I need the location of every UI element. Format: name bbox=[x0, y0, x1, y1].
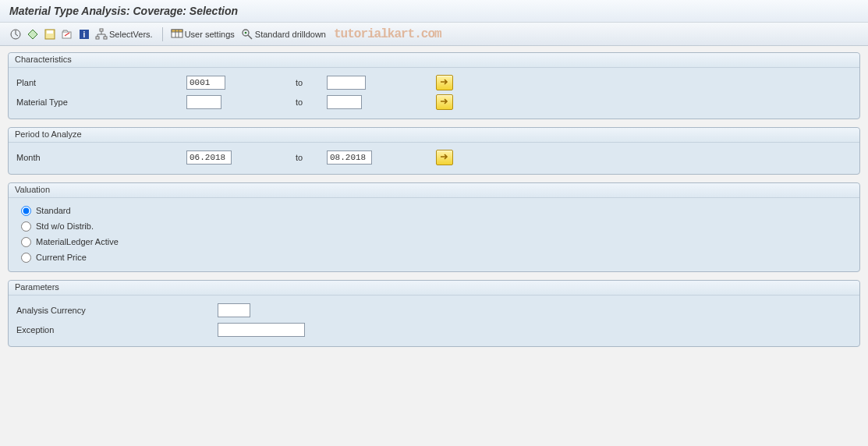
exception-label: Exception bbox=[15, 325, 218, 334]
diamond-icon bbox=[27, 28, 39, 41]
standard-drilldown-label: Standard drilldown bbox=[253, 30, 328, 39]
material-type-label: Material Type bbox=[15, 97, 186, 107]
svg-rect-5 bbox=[47, 30, 53, 34]
material-type-row: Material Type to bbox=[15, 93, 853, 112]
plant-row: Plant to bbox=[15, 73, 853, 92]
standard-drilldown-button[interactable]: Standard drilldown bbox=[239, 27, 329, 42]
parameters-panel: Parameters Analysis Currency Exception bbox=[8, 280, 860, 347]
period-legend: Period to Analyze bbox=[9, 128, 859, 143]
month-row: Month to bbox=[15, 148, 853, 167]
svg-text:i: i bbox=[83, 30, 86, 39]
exception-row: Exception bbox=[15, 320, 853, 339]
arrow-right-icon bbox=[440, 78, 449, 87]
user-settings-button[interactable]: User settings bbox=[169, 27, 238, 42]
plant-to-input[interactable] bbox=[327, 76, 366, 90]
svg-line-21 bbox=[248, 35, 252, 39]
info-icon: i bbox=[78, 28, 90, 41]
save-icon bbox=[44, 28, 56, 41]
standard-radio[interactable] bbox=[21, 206, 31, 216]
execute-button[interactable] bbox=[8, 27, 23, 42]
page-title: Material Type Analysis: Coverage: Select… bbox=[0, 0, 868, 23]
hierarchy-icon bbox=[95, 28, 108, 41]
valuation-legend: Valuation bbox=[9, 183, 859, 198]
material-type-from-input[interactable] bbox=[186, 95, 221, 109]
valuation-panel: Valuation Standard Std w/o Distrib. Mate… bbox=[8, 182, 860, 272]
arrow-right-icon bbox=[440, 153, 449, 162]
content-area: Characteristics Plant to Material Type t… bbox=[0, 46, 868, 361]
standard-radio-label[interactable]: Standard bbox=[36, 206, 71, 215]
svg-rect-9 bbox=[100, 29, 103, 31]
plant-label: Plant bbox=[15, 78, 186, 87]
svg-point-22 bbox=[245, 31, 247, 34]
plant-multiselect-button[interactable] bbox=[436, 75, 453, 90]
arrow-right-icon bbox=[440, 97, 449, 107]
plant-from-input[interactable] bbox=[186, 76, 225, 90]
current-price-radio[interactable] bbox=[21, 253, 31, 263]
parameters-legend: Parameters bbox=[9, 281, 859, 296]
material-type-multiselect-button[interactable] bbox=[436, 94, 453, 110]
month-multiselect-button[interactable] bbox=[436, 150, 453, 165]
exception-input[interactable] bbox=[218, 323, 305, 337]
month-label: Month bbox=[15, 153, 186, 162]
month-from-input[interactable] bbox=[186, 150, 232, 165]
select-version-label: SelectVers. bbox=[108, 30, 154, 39]
analysis-currency-row: Analysis Currency bbox=[15, 301, 853, 320]
svg-rect-17 bbox=[172, 30, 182, 32]
month-to-input[interactable] bbox=[327, 150, 372, 165]
execute-print-button[interactable] bbox=[25, 27, 41, 42]
table-settings-icon bbox=[171, 28, 183, 41]
material-ledger-radio-label[interactable]: MaterialLedger Active bbox=[36, 237, 119, 246]
to-label: to bbox=[296, 97, 327, 107]
execute-icon bbox=[9, 28, 22, 41]
toolbar: i SelectVers. User settings Standard dri… bbox=[0, 23, 868, 46]
analysis-currency-label: Analysis Currency bbox=[15, 306, 218, 315]
svg-rect-11 bbox=[104, 37, 107, 39]
drilldown-icon bbox=[241, 28, 253, 41]
watermark-text: tutorialkart.com bbox=[334, 27, 441, 41]
toolbar-separator bbox=[162, 27, 163, 41]
period-panel: Period to Analyze Month to bbox=[8, 127, 860, 175]
current-price-radio-label[interactable]: Current Price bbox=[36, 253, 87, 262]
to-label: to bbox=[296, 78, 327, 87]
std-wo-distrib-radio[interactable] bbox=[21, 221, 31, 232]
save-variant-button[interactable] bbox=[42, 27, 58, 42]
folder-open-icon bbox=[61, 28, 73, 41]
material-type-to-input[interactable] bbox=[327, 95, 362, 109]
std-wo-distrib-radio-label[interactable]: Std w/o Distrib. bbox=[36, 221, 94, 231]
select-version-button[interactable]: SelectVers. bbox=[94, 27, 156, 42]
to-label: to bbox=[296, 153, 327, 162]
svg-line-2 bbox=[16, 34, 18, 36]
characteristics-panel: Characteristics Plant to Material Type t… bbox=[8, 52, 860, 119]
info-button[interactable]: i bbox=[76, 27, 92, 42]
analysis-currency-input[interactable] bbox=[218, 303, 250, 317]
get-variant-button[interactable] bbox=[59, 27, 75, 42]
svg-rect-10 bbox=[96, 37, 99, 39]
user-settings-label: User settings bbox=[183, 30, 236, 39]
material-ledger-radio[interactable] bbox=[21, 237, 31, 247]
characteristics-legend: Characteristics bbox=[9, 53, 859, 68]
svg-marker-3 bbox=[28, 30, 37, 39]
